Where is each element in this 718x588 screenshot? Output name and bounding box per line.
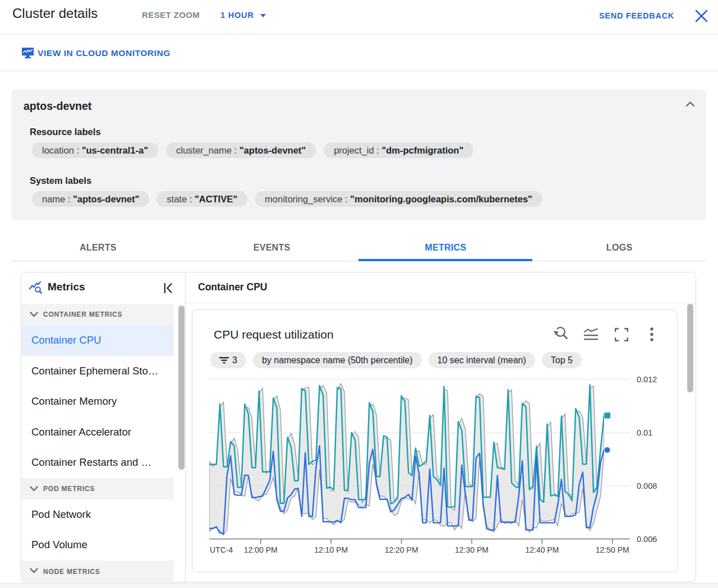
svg-text:0.012: 0.012: [637, 375, 657, 384]
svg-text:12:00 PM: 12:00 PM: [244, 545, 278, 554]
svg-text:0.008: 0.008: [637, 481, 657, 490]
svg-text:12:20 PM: 12:20 PM: [385, 545, 418, 554]
svg-text:12:50 PM: 12:50 PM: [596, 545, 629, 554]
svg-text:12:40 PM: 12:40 PM: [525, 545, 559, 554]
svg-text:0.006: 0.006: [637, 535, 657, 544]
svg-text:UTC-4: UTC-4: [210, 545, 233, 554]
svg-text:12:10 PM: 12:10 PM: [314, 545, 348, 554]
svg-text:12:30 PM: 12:30 PM: [455, 545, 489, 554]
svg-text:0.01: 0.01: [637, 428, 652, 437]
